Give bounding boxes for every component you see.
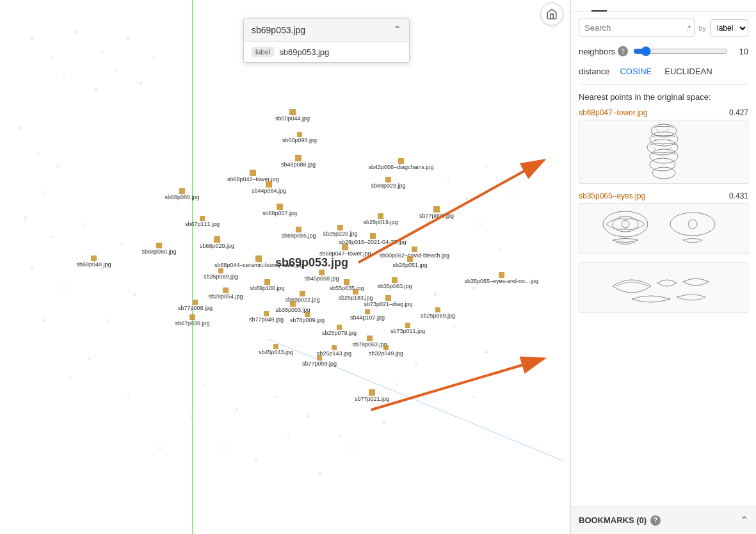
search-input-wrap: .* (579, 19, 695, 37)
scatter-node[interactable]: sb77p008.jpg (178, 300, 213, 312)
node-square (91, 255, 97, 261)
scatter-node[interactable]: sb44p107.jpg (350, 309, 385, 321)
scatter-node[interactable]: sb00p044.jpg (275, 109, 310, 122)
scatter-node[interactable]: sb25p079.jpg (322, 325, 357, 337)
nearest-item-2-name[interactable]: sb35p065–eyes.jpg (579, 191, 645, 200)
node-square (344, 279, 350, 285)
canvas-area[interactable]: sb00p044.jpgsb00p098.jpgsb48p088.jpgsb42… (0, 0, 570, 534)
node-label: sb77p059.jpg (302, 360, 337, 368)
node-label: sb73p021–diag.jpg (364, 301, 413, 308)
node-square (305, 312, 310, 317)
tab-3[interactable] (607, 3, 622, 12)
bookmarks-header[interactable]: BOOKMARKS (0) ? ⌃ (571, 506, 756, 534)
home-button[interactable] (540, 3, 563, 26)
nearest-item-2-header: sb35p065–eyes.jpg 0.431 (579, 191, 748, 200)
scatter-node[interactable]: sb68p007.jpg (262, 204, 297, 217)
node-label: sb77p005.jpg (419, 213, 454, 220)
node-square (179, 188, 185, 194)
scatter-node[interactable]: sb69p055.jpg (282, 227, 316, 239)
node-square (214, 236, 220, 243)
search-input[interactable] (579, 19, 695, 37)
tab-2[interactable] (591, 3, 607, 12)
scatter-node[interactable]: sb35p089.jpg (204, 268, 238, 280)
scatter-node[interactable]: sb67p111.jpg (185, 216, 220, 228)
scatter-node[interactable]: sb44p064.jpg (252, 181, 286, 195)
bookmarks-chevron-icon[interactable]: ⌃ (740, 514, 748, 526)
node-square (398, 158, 404, 164)
scatter-node[interactable]: sb25p069.jpg (421, 307, 455, 320)
distance-cosine[interactable]: COSINE (617, 65, 654, 77)
scatter-node[interactable]: sb77p059.jpg (302, 355, 337, 368)
search-by-select[interactable]: label (710, 19, 748, 37)
scatter-node[interactable]: sb68p047–tower.jpg (319, 244, 371, 257)
scatter-container: sb00p044.jpgsb00p098.jpgsb48p088.jpgsb42… (0, 0, 570, 534)
neighbors-slider[interactable] (633, 46, 728, 56)
node-label: sb45p043.jpg (259, 349, 293, 356)
scatter-node[interactable]: sb77p005.jpg (419, 206, 454, 220)
scatter-node[interactable]: sb69p029.jpg (371, 177, 406, 190)
node-square (264, 311, 269, 316)
node-square (319, 270, 325, 275)
node-square (337, 225, 343, 231)
node-label: sb44p064.jpg (252, 188, 286, 195)
node-label: sb44p107.jpg (350, 314, 385, 321)
node-label: sb77p049.jpg (249, 316, 284, 323)
node-label: sb25p069.jpg (421, 312, 455, 320)
node-label: sb67p111.jpg (185, 221, 220, 228)
node-label: sb68p080.jpg (165, 194, 200, 201)
highlighted-node-label: sb69p053.jpg (275, 256, 348, 270)
bookmarks-title-text: BOOKMARKS (0) (579, 515, 647, 525)
node-label: sb67p036.jpg (175, 320, 210, 327)
bookmarks-title: BOOKMARKS (0) ? (579, 515, 661, 526)
scatter-node[interactable]: sb68p048.jpg (77, 255, 111, 268)
search-row: .* by label (571, 12, 756, 41)
node-square (337, 325, 342, 330)
distance-euclidean[interactable]: EUCLIDEAN (662, 65, 714, 77)
node-square (342, 244, 348, 250)
scatter-node[interactable]: sb69p100.jpg (250, 279, 285, 292)
nearest-item-1-name[interactable]: sb68p047–tower.jpg (579, 108, 647, 117)
node-square (499, 272, 504, 278)
node-square (297, 132, 302, 137)
scatter-node[interactable]: sb48p088.jpg (281, 155, 316, 168)
node-label: sb69p055.jpg (282, 232, 316, 239)
scatter-node[interactable]: sb45p043.jpg (259, 344, 293, 356)
neighbors-help-icon[interactable]: ? (618, 46, 628, 56)
bookmarks-help-icon[interactable]: ? (650, 515, 661, 526)
scatter-node[interactable]: sb68p020.jpg (200, 236, 234, 250)
scatter-node[interactable]: sb77p049.jpg (249, 311, 284, 323)
tab-1[interactable] (576, 3, 591, 12)
scatter-node[interactable]: sb28p019.jpg (364, 213, 398, 226)
nearest-sketch-2 (593, 205, 734, 253)
scatter-node[interactable]: sb78p009.jpg (290, 312, 325, 324)
tooltip-chevron-icon[interactable]: ⌃ (393, 24, 401, 36)
distance-label: distance (579, 67, 609, 76)
scatter-node[interactable]: sb32p049.jpg (369, 345, 403, 357)
svg-point-66 (622, 220, 629, 228)
tooltip-key-badge: label (252, 47, 274, 57)
scatter-node[interactable]: sb69p053.jpg (275, 256, 348, 270)
scatter-node[interactable]: sb28p051.jpg (393, 256, 428, 269)
panel-tabs (571, 0, 756, 12)
scatter-node[interactable]: sb42p006–diagchains.jpg (369, 158, 434, 171)
scatter-node[interactable]: sb68p060.jpg (142, 243, 177, 255)
scatter-node[interactable]: sb73p011.jpg (390, 323, 425, 335)
scatter-node[interactable]: sb68p080.jpg (165, 188, 200, 201)
scatter-node[interactable]: sb77p021.jpg (355, 389, 389, 403)
svg-point-68 (688, 220, 697, 229)
node-square (200, 216, 205, 221)
node-square (407, 256, 413, 262)
node-square (218, 268, 223, 273)
node-square (378, 213, 383, 219)
scatter-node[interactable]: sb28p054.jpg (209, 287, 243, 300)
regex-button[interactable]: .* (686, 24, 691, 32)
svg-point-58 (651, 124, 677, 137)
tooltip-value: sb69p053.jpg (279, 47, 329, 57)
nearest-sketch-1 (606, 123, 721, 181)
scatter-node[interactable]: sb35p065–eyes-and-no…jpg (465, 272, 539, 285)
scatter-node[interactable]: sb35p063.jpg (378, 277, 412, 290)
scatter-node[interactable]: sb67p036.jpg (175, 314, 210, 327)
scatter-node[interactable]: sb73p021–diag.jpg (364, 295, 413, 308)
home-icon (546, 8, 558, 20)
scatter-node[interactable]: sb00p098.jpg (282, 132, 317, 144)
